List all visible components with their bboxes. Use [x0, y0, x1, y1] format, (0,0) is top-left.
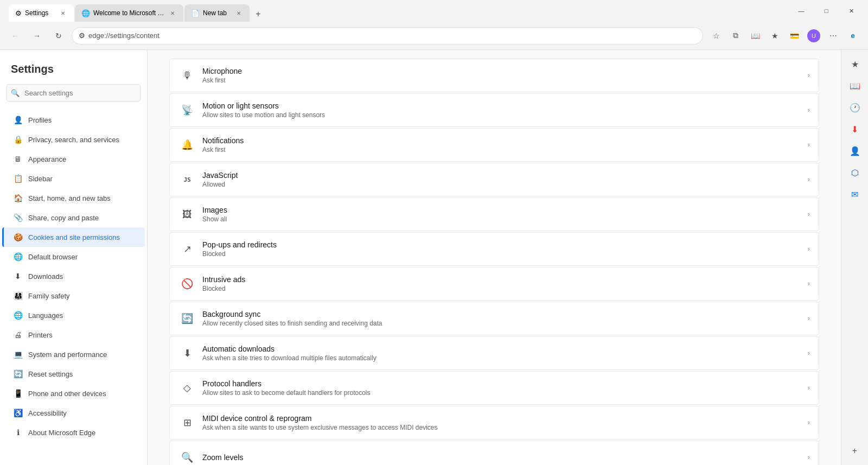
sidebar-item-profiles[interactable]: 👤 Profiles	[2, 110, 145, 130]
settings-icon-midi: ⊞	[178, 414, 196, 431]
address-input[interactable]: ⚙ edge://settings/content	[72, 27, 703, 44]
settings-item-javascript[interactable]: JS JavaScript Allowed ›	[169, 163, 819, 196]
sidebar-item-reset[interactable]: 🔄 Reset settings	[2, 364, 145, 384]
settings-arrow-intrusive-ads: ›	[808, 280, 810, 288]
new-tab-button[interactable]: +	[251, 7, 266, 22]
settings-item-background-sync[interactable]: 🔄 Background sync Allow recently closed …	[169, 302, 819, 335]
settings-content-microphone: Microphone Ask first	[202, 67, 808, 84]
settings-arrow-motion-sensors: ›	[808, 106, 810, 114]
tab-newtab[interactable]: 📄 New tab ✕	[184, 4, 250, 22]
profile-button[interactable]: U	[805, 27, 822, 44]
settings-arrow-midi: ›	[808, 419, 810, 426]
sidebar-item-family-safety[interactable]: 👨‍👩‍👧 Family safety	[2, 286, 145, 305]
sidebar-item-phone[interactable]: 📱 Phone and other devices	[2, 384, 145, 403]
settings-content-automatic-downloads: Automatic downloads Ask when a site trie…	[202, 345, 808, 362]
nav-label-reset: Reset settings	[28, 370, 73, 378]
settings-title-javascript: JavaScript	[202, 171, 808, 180]
settings-title-zoom-levels: Zoom levels	[202, 453, 808, 462]
sidebar-item-sidebar-nav[interactable]: 📋 Sidebar	[2, 169, 145, 188]
settings-item-midi[interactable]: ⊞ MIDI device control & reprogram Ask wh…	[169, 406, 819, 439]
nav-icon-reset: 🔄	[13, 369, 23, 379]
tab-settings-label: Settings	[25, 9, 55, 17]
settings-item-images[interactable]: 🖼 Images Show all ›	[169, 198, 819, 231]
nav-icon-sidebar-nav: 📋	[13, 174, 23, 183]
right-panel-mail[interactable]: ✉	[845, 184, 865, 204]
tab-newtab-close[interactable]: ✕	[234, 9, 243, 17]
address-bar: ← → ↻ ⚙ edge://settings/content ☆ ⧉ 📖 ★ …	[0, 22, 868, 50]
sidebar-item-about[interactable]: ℹ About Microsoft Edge	[2, 423, 145, 442]
search-input[interactable]	[7, 84, 141, 101]
wallet-button[interactable]: 💳	[786, 27, 803, 44]
close-button[interactable]: ✕	[839, 2, 864, 20]
nav-label-start-home: Start, home, and new tabs	[28, 194, 111, 202]
nav-label-accessibility: Accessibility	[28, 409, 67, 417]
settings-item-notifications[interactable]: 🔔 Notifications Ask first ›	[169, 128, 819, 162]
settings-arrow-javascript: ›	[808, 176, 810, 183]
right-panel-add[interactable]: +	[845, 441, 865, 461]
settings-item-microphone[interactable]: 🎙 Microphone Ask first ›	[169, 59, 819, 92]
maximize-button[interactable]: □	[814, 2, 839, 20]
tab-welcome-close[interactable]: ✕	[168, 9, 177, 17]
sidebar-item-privacy[interactable]: 🔒 Privacy, search, and services	[2, 130, 145, 149]
settings-content-images: Images Show all	[202, 206, 808, 223]
settings-title: Settings	[0, 59, 147, 84]
right-panel-apps[interactable]: ⬡	[845, 163, 865, 182]
search-box: 🔍	[7, 84, 141, 101]
settings-title-images: Images	[202, 206, 808, 214]
favorites-button[interactable]: ☆	[707, 27, 725, 44]
settings-content-protocol-handlers: Protocol handlers Allow sites to ask to …	[202, 379, 808, 397]
settings-content-motion-sensors: Motion or light sensors Allow sites to u…	[202, 101, 808, 119]
settings-icon-motion-sensors: 📡	[178, 101, 196, 119]
right-panel-favorites[interactable]: ★	[845, 54, 865, 74]
minimize-button[interactable]: —	[789, 2, 814, 20]
forward-button[interactable]: →	[28, 27, 46, 44]
settings-item-intrusive-ads[interactable]: 🚫 Intrusive ads Blocked ›	[169, 267, 819, 301]
right-panel-profile[interactable]: 👤	[845, 141, 865, 161]
browser-chrome: ⚙ Settings ✕ 🌐 Welcome to Microsoft Edge…	[0, 0, 868, 50]
settings-desc-automatic-downloads: Ask when a site tries to download multip…	[202, 354, 808, 362]
sidebar-item-start-home[interactable]: 🏠 Start, home, and new tabs	[2, 188, 145, 208]
nav-icon-accessibility: ♿	[13, 408, 23, 418]
settings-content-zoom-levels: Zoom levels	[202, 453, 808, 462]
sidebar-item-printers[interactable]: 🖨 Printers	[2, 325, 145, 345]
right-panel-downloads[interactable]: ⬇	[845, 119, 865, 139]
sidebar-item-downloads[interactable]: ⬇ Downloads	[2, 266, 145, 286]
sidebar-item-appearance[interactable]: 🖥 Appearance	[2, 149, 145, 169]
tab-welcome[interactable]: 🌐 Welcome to Microsoft Edge ✕	[75, 4, 183, 22]
settings-desc-intrusive-ads: Blocked	[202, 285, 808, 292]
sidebar-item-share-copy[interactable]: 📎 Share, copy and paste	[2, 208, 145, 227]
nav-label-appearance: Appearance	[28, 155, 66, 163]
settings-title-motion-sensors: Motion or light sensors	[202, 101, 808, 110]
settings-desc-images: Show all	[202, 215, 808, 223]
favorites-star-button[interactable]: ★	[766, 27, 783, 44]
sidebar-item-languages[interactable]: 🌐 Languages	[2, 305, 145, 325]
nav-label-profiles: Profiles	[28, 116, 52, 124]
sidebar-item-accessibility[interactable]: ♿ Accessibility	[2, 403, 145, 423]
nav-label-sidebar-nav: Sidebar	[28, 175, 53, 183]
settings-item-zoom-levels[interactable]: 🔍 Zoom levels ›	[169, 441, 819, 465]
settings-item-motion-sensors[interactable]: 📡 Motion or light sensors Allow sites to…	[169, 93, 819, 127]
right-panel-history[interactable]: 🕐	[845, 98, 865, 117]
nav-label-printers: Printers	[28, 331, 53, 339]
right-panel-readinglist[interactable]: 📖	[845, 76, 865, 95]
sidebar-item-system[interactable]: 💻 System and performance	[2, 345, 145, 364]
settings-item-automatic-downloads[interactable]: ⬇ Automatic downloads Ask when a site tr…	[169, 336, 819, 370]
back-button[interactable]: ←	[7, 27, 24, 44]
settings-icon-protocol-handlers: ◇	[178, 379, 196, 397]
settings-desc-javascript: Allowed	[202, 181, 808, 188]
settings-icon-notifications: 🔔	[178, 136, 196, 154]
refresh-button[interactable]: ↻	[50, 27, 67, 44]
settings-content-intrusive-ads: Intrusive ads Blocked	[202, 275, 808, 292]
tab-settings[interactable]: ⚙ Settings ✕	[9, 4, 74, 22]
sidebar-item-default-browser[interactable]: 🌐 Default browser	[2, 247, 145, 266]
settings-item-popups[interactable]: ↗ Pop-ups and redirects Blocked ›	[169, 232, 819, 266]
more-button[interactable]: ⋯	[825, 27, 842, 44]
nav-icon-family-safety: 👨‍👩‍👧	[13, 291, 23, 301]
nav-icon-privacy: 🔒	[13, 135, 23, 144]
reading-view-button[interactable]: 📖	[746, 27, 764, 44]
tab-settings-close[interactable]: ✕	[59, 9, 67, 17]
settings-item-protocol-handlers[interactable]: ◇ Protocol handlers Allow sites to ask t…	[169, 371, 819, 405]
sidebar-item-cookies[interactable]: 🍪 Cookies and site permissions	[2, 227, 145, 247]
edge-icon[interactable]: e	[844, 27, 861, 44]
split-screen-button[interactable]: ⧉	[727, 27, 744, 44]
